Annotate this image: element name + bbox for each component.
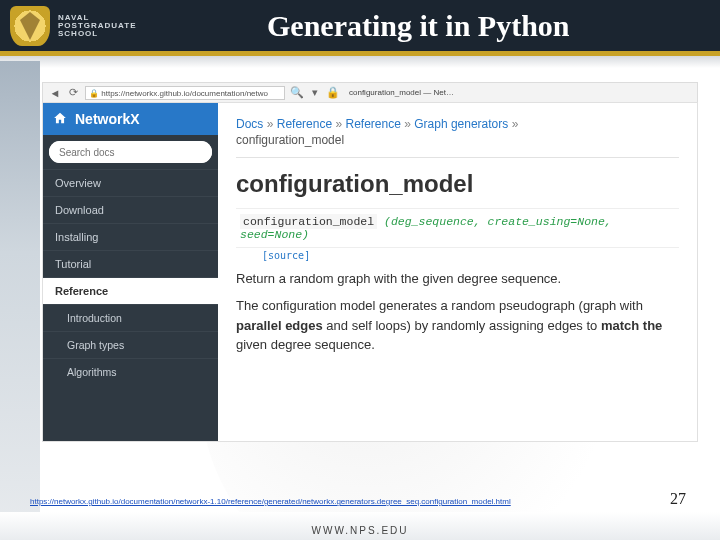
- docs-sidebar: NetworkX Overview Download Installing Tu…: [43, 103, 218, 441]
- documentation-page: NetworkX Overview Download Installing Tu…: [42, 102, 698, 442]
- search-icon[interactable]: 🔍: [291, 87, 303, 99]
- breadcrumb: Docs » Reference » Reference » Graph gen…: [236, 117, 679, 147]
- slide-title: Generating it in Python: [137, 9, 720, 43]
- url-text: https://networkx.github.io/documentation…: [101, 89, 268, 98]
- docs-content: Docs » Reference » Reference » Graph gen…: [218, 103, 697, 441]
- function-name: configuration_model: [240, 214, 377, 229]
- body-bold-2: match the: [601, 318, 662, 333]
- brand-name: NetworkX: [75, 111, 140, 127]
- source-link[interactable]: [source]: [262, 250, 679, 261]
- body-bold-1: parallel edges: [236, 318, 323, 333]
- lock-icon-2: 🔒: [327, 87, 339, 99]
- footer-source-url[interactable]: https://networkx.github.io/documentation…: [30, 497, 511, 506]
- embedded-browser: ◄ ⟳ 🔒 https://networkx.github.io/documen…: [42, 82, 698, 442]
- footer-site: WWW.NPS.EDU: [0, 525, 720, 536]
- breadcrumb-graph-generators[interactable]: Graph generators: [414, 117, 508, 131]
- body-text-1: The configuration model generates a rand…: [236, 298, 643, 313]
- back-icon[interactable]: ◄: [49, 87, 61, 99]
- sidebar-nav: Overview Download Installing Tutorial Re…: [43, 169, 218, 385]
- body-text-2: and self loops) by randomly assigning ed…: [323, 318, 601, 333]
- breadcrumb-docs[interactable]: Docs: [236, 117, 263, 131]
- sidebar-item-overview[interactable]: Overview: [43, 169, 218, 196]
- breadcrumb-sep: »: [335, 117, 342, 131]
- home-icon: [53, 111, 67, 128]
- breadcrumb-current: configuration_model: [236, 133, 344, 147]
- header-shadow: [0, 56, 720, 68]
- reload-icon[interactable]: ⟳: [67, 87, 79, 99]
- url-field[interactable]: 🔒 https://networkx.github.io/documentati…: [85, 86, 285, 100]
- body-text-3: given degree sequence.: [236, 337, 375, 352]
- slide-header: NAVAL POSTGRADUATE SCHOOL Generating it …: [0, 0, 720, 56]
- body-paragraph: The configuration model generates a rand…: [236, 296, 679, 355]
- dropdown-icon[interactable]: ▾: [309, 87, 321, 99]
- sidebar-sub-introduction[interactable]: Introduction: [43, 304, 218, 331]
- breadcrumb-reference-2[interactable]: Reference: [345, 117, 400, 131]
- sidebar-sub-algorithms[interactable]: Algorithms: [43, 358, 218, 385]
- sidebar-item-tutorial[interactable]: Tutorial: [43, 250, 218, 277]
- breadcrumb-sep: »: [512, 117, 519, 131]
- sidebar-subnav: Introduction Graph types Algorithms: [43, 304, 218, 385]
- breadcrumb-sep: »: [267, 117, 274, 131]
- nps-line-3: SCHOOL: [58, 30, 137, 38]
- docs-search[interactable]: [49, 141, 212, 163]
- breadcrumb-sep: »: [404, 117, 411, 131]
- divider: [236, 157, 679, 158]
- browser-address-bar: ◄ ⟳ 🔒 https://networkx.github.io/documen…: [42, 82, 698, 102]
- nps-wordmark: NAVAL POSTGRADUATE SCHOOL: [58, 14, 137, 38]
- docs-search-input[interactable]: [49, 141, 212, 163]
- sidebar-item-download[interactable]: Download: [43, 196, 218, 223]
- function-signature: configuration_model (deg_sequence, creat…: [236, 208, 679, 248]
- nps-logo: NAVAL POSTGRADUATE SCHOOL: [10, 0, 137, 51]
- slide-number: 27: [670, 490, 686, 508]
- nps-shield-icon: [10, 6, 50, 46]
- background-photo-strip: [0, 61, 40, 540]
- lead-paragraph: Return a random graph with the given deg…: [236, 271, 679, 286]
- sidebar-item-installing[interactable]: Installing: [43, 223, 218, 250]
- brand-bar[interactable]: NetworkX: [43, 103, 218, 135]
- breadcrumb-reference-1[interactable]: Reference: [277, 117, 332, 131]
- tab-title[interactable]: configuration_model — Net…: [349, 88, 454, 97]
- sidebar-sub-graph-types[interactable]: Graph types: [43, 331, 218, 358]
- lock-icon: 🔒: [89, 89, 99, 98]
- sidebar-item-reference[interactable]: Reference: [43, 277, 218, 304]
- page-heading: configuration_model: [236, 170, 679, 198]
